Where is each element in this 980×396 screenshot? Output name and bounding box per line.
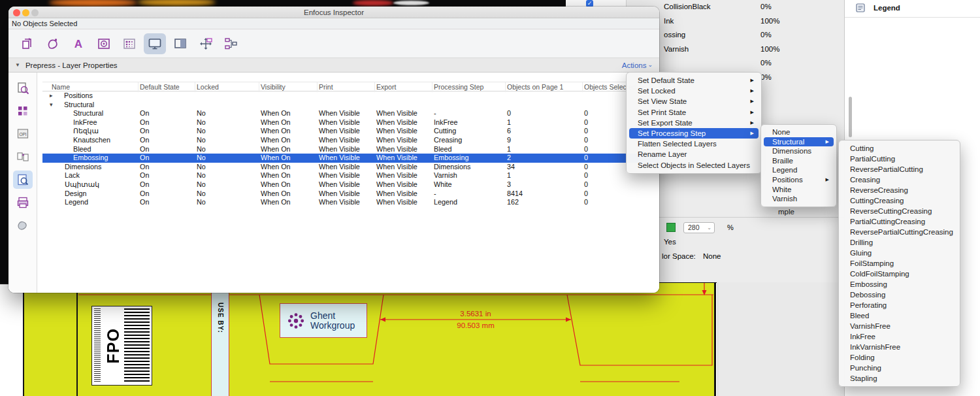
screen-preview-button[interactable] bbox=[144, 33, 166, 54]
column-header-export[interactable]: Export bbox=[375, 82, 433, 92]
menu-item[interactable]: Legend bbox=[764, 165, 834, 175]
menu-item[interactable]: Punching bbox=[841, 363, 957, 373]
rail-mask-button[interactable] bbox=[13, 216, 33, 235]
menu-item[interactable]: Set Processing Step▶ bbox=[629, 128, 759, 139]
table-row[interactable]: InkFreeOnNoWhen OnWhen VisibleWhen Visib… bbox=[42, 118, 659, 127]
menu-item[interactable]: Varnish bbox=[764, 194, 834, 204]
menu-item[interactable]: PartialCutting bbox=[841, 154, 957, 164]
printer-icon bbox=[16, 195, 30, 210]
layer-cell: When On bbox=[259, 171, 318, 180]
table-row[interactable]: ▾Structural bbox=[42, 101, 659, 110]
menu-item[interactable]: ReverseCreasing bbox=[841, 185, 957, 195]
layer-cell: On bbox=[139, 171, 195, 180]
layer-cell: Legend bbox=[433, 198, 506, 207]
table-row[interactable]: DimensionsOnNoWhen OnWhen VisibleWhen Vi… bbox=[42, 163, 659, 172]
menu-item[interactable]: Folding bbox=[841, 352, 957, 363]
menu-item[interactable]: Perforating bbox=[841, 300, 957, 310]
rail-opi-button[interactable]: OPI bbox=[13, 125, 33, 143]
menu-item[interactable]: Rename Layer bbox=[629, 149, 759, 159]
rail-layers-inspect-button[interactable] bbox=[13, 171, 33, 189]
table-row[interactable]: StructuralOnNoWhen OnWhen VisibleWhen Vi… bbox=[42, 109, 659, 118]
menu-item[interactable]: InkVarnishFree bbox=[841, 342, 957, 352]
curve-shape-button[interactable] bbox=[42, 33, 64, 54]
menu-item[interactable]: Cutting bbox=[841, 143, 957, 154]
table-row[interactable]: DesignOnNoWhen OnWhen VisibleWhen Visibl… bbox=[42, 190, 659, 199]
menu-item[interactable]: Gluing bbox=[841, 248, 957, 258]
column-header-print[interactable]: Print bbox=[318, 82, 375, 92]
menu-item[interactable]: Positions▶ bbox=[764, 175, 834, 185]
menu-item[interactable]: Stapling bbox=[841, 373, 957, 384]
percent-dropdown[interactable]: 280 ⌄ bbox=[683, 222, 715, 233]
menu-item[interactable]: Select Objects in Selected Layers bbox=[629, 160, 759, 171]
menu-item[interactable]: ReverseCuttingCreasing bbox=[841, 206, 957, 216]
section-collapse-icon[interactable]: ▼ bbox=[15, 62, 20, 68]
menu-item[interactable]: FoilStamping bbox=[841, 258, 957, 269]
window-titlebar[interactable]: Enfocus Inspector bbox=[8, 7, 659, 18]
menu-item[interactable]: Set Print State▶ bbox=[629, 107, 759, 118]
menu-item[interactable]: Embossing bbox=[841, 279, 957, 289]
menu-item[interactable]: None bbox=[764, 127, 834, 137]
menu-item[interactable]: PartialCuttingCreasing bbox=[841, 216, 957, 227]
table-row[interactable]: KnautschenOnNoWhen OnWhen VisibleWhen Vi… bbox=[42, 136, 659, 145]
layer-cell: 2 bbox=[506, 154, 583, 163]
menu-item[interactable]: VarnishFree bbox=[841, 321, 957, 331]
menu-item[interactable]: ReversePartialCutting bbox=[841, 164, 957, 174]
split-view-button[interactable] bbox=[169, 33, 191, 54]
rail-inspect-page-button[interactable] bbox=[13, 79, 33, 97]
disclosure-closed-icon[interactable]: ▸ bbox=[50, 91, 53, 101]
menu-item[interactable]: ColdFoilStamping bbox=[841, 269, 957, 279]
legend-panel-header[interactable]: Legend bbox=[845, 0, 980, 18]
rail-compare-pages-button[interactable] bbox=[13, 148, 33, 166]
text-tool-button[interactable]: A bbox=[67, 33, 90, 54]
column-header-visibility[interactable]: Visibility bbox=[259, 82, 318, 92]
menu-item[interactable]: Flatten Selected Layers bbox=[629, 139, 759, 149]
menu-item[interactable]: Drilling bbox=[841, 237, 957, 248]
minimize-button[interactable] bbox=[22, 9, 29, 16]
close-button[interactable] bbox=[13, 9, 20, 16]
page-duplicate-button[interactable] bbox=[16, 33, 39, 54]
rail-printer-button[interactable] bbox=[13, 193, 33, 212]
legend-scrollbar[interactable] bbox=[849, 97, 852, 137]
menu-item[interactable]: Set View State▶ bbox=[629, 96, 759, 107]
column-header-name[interactable]: Name bbox=[42, 82, 139, 92]
column-header-locked[interactable]: Locked bbox=[195, 82, 259, 92]
table-row[interactable]: ՈեզկաOnNoWhen OnWhen VisibleWhen Visible… bbox=[42, 127, 659, 136]
menu-item[interactable]: Bleed bbox=[841, 310, 957, 321]
menu-item[interactable]: White bbox=[764, 185, 834, 195]
menu-item[interactable]: InkFree bbox=[841, 331, 957, 342]
layer-cell: No bbox=[195, 198, 259, 207]
zoom-button[interactable] bbox=[31, 9, 39, 16]
layer-cell: On bbox=[139, 118, 195, 127]
ink-swatch[interactable] bbox=[666, 223, 676, 232]
table-row[interactable]: BleedOnNoWhen OnWhen VisibleWhen Visible… bbox=[42, 145, 659, 154]
menu-item[interactable]: Debossing bbox=[841, 289, 957, 300]
layer-cell: 162 bbox=[506, 198, 583, 207]
table-row[interactable]: EmbossingOnNoWhen OnWhen VisibleWhen Vis… bbox=[42, 154, 659, 163]
column-header-default-state[interactable]: Default State bbox=[139, 82, 195, 92]
menu-item[interactable]: Braille bbox=[764, 156, 834, 166]
measure-move-button[interactable] bbox=[195, 33, 217, 54]
table-row[interactable]: ՍպիտակOnNoWhen OnWhen VisibleWhen Visibl… bbox=[42, 180, 659, 190]
menu-item[interactable]: Set Locked▶ bbox=[629, 86, 759, 96]
menu-item[interactable]: CuttingCreasing bbox=[841, 195, 957, 206]
menu-item-label: ColdFoilStamping bbox=[850, 270, 909, 278]
rail-thumbnails-button[interactable] bbox=[13, 102, 33, 120]
actions-menu-link[interactable]: Actions ⌄ bbox=[622, 58, 653, 73]
menu-item[interactable]: Creasing bbox=[841, 174, 957, 185]
image-frame-button[interactable] bbox=[93, 33, 115, 54]
layer-cell: When Visible bbox=[375, 180, 433, 190]
menu-item[interactable]: Set Export State▶ bbox=[629, 118, 759, 128]
column-header-objects-page[interactable]: Objects on Page 1 bbox=[506, 82, 583, 92]
column-header-processing-step[interactable]: Processing Step bbox=[433, 82, 506, 92]
table-row[interactable]: ▸Positions bbox=[42, 91, 659, 101]
section-header[interactable]: ▼ Prepress - Layer Properties Actions ⌄ bbox=[8, 58, 659, 73]
workflow-button[interactable] bbox=[220, 33, 242, 54]
menu-item[interactable]: ReversePartialCuttingCreasing bbox=[841, 227, 957, 237]
menu-item[interactable]: Dimensions bbox=[764, 146, 834, 156]
halftone-button[interactable] bbox=[118, 33, 140, 54]
menu-item[interactable]: Set Default State▶ bbox=[629, 75, 759, 86]
table-row[interactable]: LackOnNoWhen OnWhen VisibleWhen VisibleV… bbox=[42, 171, 659, 180]
disclosure-open-icon[interactable]: ▾ bbox=[50, 101, 53, 110]
menu-item[interactable]: Structural▶ bbox=[764, 137, 834, 147]
table-row[interactable]: LegendOnNoWhen OnWhen VisibleWhen Visibl… bbox=[42, 198, 659, 207]
